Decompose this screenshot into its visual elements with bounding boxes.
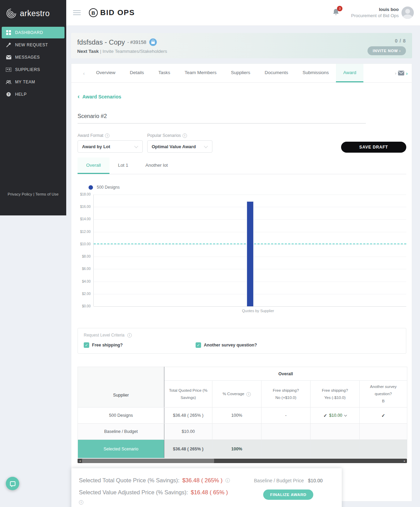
subtab-another-lot[interactable]: Another lot bbox=[137, 157, 176, 174]
adjusted-price-label: Selected Value Adjusted Price (% Savings… bbox=[79, 489, 188, 496]
criteria-title: Request Level Criteria bbox=[84, 333, 125, 338]
table-row-supplier: 500 Designs $36.48 ( 265% ) 100% - ✓ $10… bbox=[78, 408, 407, 424]
footer-divider: | bbox=[33, 192, 34, 196]
chat-launcher-button[interactable] bbox=[6, 477, 19, 490]
sidebar-item-label: MESSAGES bbox=[15, 55, 40, 60]
finalize-award-button[interactable]: FINALIZE AWARD bbox=[263, 490, 313, 500]
total-quote-value: $36.48 ( 265% ) bbox=[182, 477, 222, 484]
tabs-scroll-left-icon[interactable]: ‹ bbox=[79, 70, 89, 76]
invite-progress: 0 / 8 bbox=[368, 38, 406, 44]
y-tick-label: $4.00 bbox=[82, 280, 91, 283]
subtab-overall[interactable]: Overall bbox=[78, 157, 109, 174]
popular-scenarios-select[interactable]: Optimal Value Award bbox=[147, 140, 212, 153]
scroll-right-icon[interactable]: ► bbox=[402, 460, 407, 462]
checkbox-checked-icon[interactable]: ✓ bbox=[196, 342, 201, 348]
criteria-free-shipping[interactable]: ✓ Free shipping? bbox=[84, 342, 196, 348]
check-icon: ✓ bbox=[323, 413, 327, 418]
chevron-down-icon[interactable] bbox=[344, 414, 347, 416]
ship-yes-cell: ✓ $10.00 bbox=[311, 408, 360, 424]
column-header-ship-yes: Free shipping?Yes (-$10.0) bbox=[311, 381, 360, 408]
tab-submissions[interactable]: Submissions bbox=[295, 64, 336, 82]
coverage-info-icon[interactable]: i bbox=[246, 392, 251, 397]
y-tick-label: $18.00 bbox=[80, 192, 91, 196]
next-task-label: Next Task bbox=[77, 49, 99, 54]
sidebar: arkestro DASHBOARD NEW REQUEST MESSAGES … bbox=[0, 0, 66, 215]
sidebar-footer: Privacy Policy | Terms of Use bbox=[0, 192, 66, 196]
avatar[interactable] bbox=[401, 7, 414, 19]
sidebar-item-label: NEW REQUEST bbox=[15, 43, 48, 47]
notifications-button[interactable]: 3 bbox=[332, 8, 339, 17]
lock-icon bbox=[149, 38, 157, 46]
supplier-name-cell[interactable]: Baseline / Budget bbox=[78, 424, 164, 440]
award-scenarios-back-link[interactable]: ‹ Award Scenarios bbox=[78, 93, 121, 100]
baseline-price-value: $10.00 bbox=[308, 478, 323, 483]
award-format-info-icon[interactable]: i bbox=[105, 133, 109, 138]
hamburger-menu-icon[interactable] bbox=[73, 9, 81, 16]
sidebar-item-help[interactable]: ? HELP bbox=[2, 89, 65, 100]
chart-bar[interactable] bbox=[247, 201, 254, 306]
y-tick-label: $8.00 bbox=[82, 255, 91, 258]
sidebar-item-new-request[interactable]: NEW REQUEST bbox=[2, 39, 65, 51]
scroll-left-icon[interactable]: ◄ bbox=[78, 460, 82, 462]
privacy-policy-link[interactable]: Privacy Policy bbox=[8, 192, 32, 196]
y-tick-label: $10.00 bbox=[80, 242, 91, 246]
sidebar-item-label: HELP bbox=[15, 92, 27, 97]
save-draft-button[interactable]: SAVE DRAFT bbox=[341, 142, 406, 153]
back-chevron-icon: ‹ bbox=[78, 93, 80, 100]
request-tabs: ‹ Overview Details Tasks Team Members Su… bbox=[71, 64, 412, 83]
total-quote-label: Selected Total Quote Price (% Savings): bbox=[79, 477, 179, 484]
envelope-icon bbox=[6, 55, 11, 60]
table-horizontal-scrollbar[interactable]: ◄ ► bbox=[78, 459, 407, 463]
user-name: louis boo bbox=[351, 7, 399, 13]
tab-details[interactable]: Details bbox=[122, 64, 151, 82]
gridline bbox=[94, 306, 406, 307]
scenario-name-input[interactable] bbox=[78, 113, 366, 123]
group-header-overall: Overall bbox=[164, 367, 407, 381]
wand-icon bbox=[6, 42, 11, 48]
quoted-price-cell: $36.48 ( 265% ) bbox=[164, 408, 212, 424]
survey-cell bbox=[360, 424, 407, 440]
tab-tasks[interactable]: Tasks bbox=[151, 64, 178, 82]
tab-suppliers[interactable]: Suppliers bbox=[224, 64, 257, 82]
sidebar-item-messages[interactable]: MESSAGES bbox=[2, 51, 65, 63]
coverage-cell: 100% bbox=[212, 408, 261, 424]
criteria-info-icon[interactable]: i bbox=[127, 333, 132, 338]
tabs-scroll-right-icon[interactable]: › bbox=[406, 70, 408, 76]
y-tick-label: $12.00 bbox=[80, 230, 91, 234]
bid-ops-logo: B BID OPS bbox=[89, 8, 135, 17]
tab-overview[interactable]: Overview bbox=[89, 64, 122, 82]
ship-yes-cell bbox=[311, 440, 360, 458]
quoted-price-cell: $36.48 ( 265% ) bbox=[164, 440, 212, 458]
request-number: - #39158 bbox=[127, 39, 146, 46]
back-link-label: Award Scenarios bbox=[82, 94, 121, 99]
tab-documents[interactable]: Documents bbox=[257, 64, 295, 82]
total-quote-info-icon[interactable]: i bbox=[225, 478, 230, 483]
scrollbar-thumb[interactable] bbox=[82, 459, 214, 463]
sidebar-item-suppliers[interactable]: SUPPLIERS bbox=[2, 64, 65, 75]
sidebar-item-label: SUPPLIERS bbox=[15, 67, 40, 72]
supplier-name-cell: Selected Scenario bbox=[78, 440, 164, 458]
sidebar-item-dashboard[interactable]: DASHBOARD bbox=[2, 27, 65, 38]
ship-yes-cell bbox=[311, 424, 360, 440]
chevron-down-icon bbox=[134, 144, 138, 148]
gridline bbox=[94, 194, 406, 195]
tab-award[interactable]: Award bbox=[336, 64, 363, 82]
terms-link[interactable]: Terms of Use bbox=[35, 192, 59, 196]
invite-now-button[interactable]: INVITE NOW › bbox=[368, 46, 406, 55]
tab-team-members[interactable]: Team Members bbox=[177, 64, 224, 82]
column-header-supplier: Supplier bbox=[78, 367, 164, 408]
tabs-scroll-right-small-icon[interactable]: › bbox=[395, 71, 396, 76]
award-format-label: Award Format bbox=[78, 133, 103, 138]
popular-scenarios-info-icon[interactable]: i bbox=[183, 133, 187, 138]
y-tick-label: $16.00 bbox=[80, 205, 91, 209]
adjusted-price-value: $16.48 ( 65% ) bbox=[191, 489, 228, 496]
adjusted-price-info-icon[interactable]: i bbox=[79, 500, 83, 505]
sidebar-item-my-team[interactable]: MY TEAM bbox=[2, 76, 65, 88]
legend-dot bbox=[89, 185, 93, 190]
mail-tab-icon[interactable] bbox=[398, 71, 404, 75]
checkbox-checked-icon[interactable]: ✓ bbox=[84, 342, 89, 348]
award-format-select[interactable]: Award by Lot bbox=[78, 140, 143, 153]
criteria-another-survey[interactable]: ✓ Another survey question? bbox=[196, 342, 307, 348]
subtab-lot-1[interactable]: Lot 1 bbox=[109, 157, 137, 174]
check-icon: ✓ bbox=[382, 413, 385, 418]
